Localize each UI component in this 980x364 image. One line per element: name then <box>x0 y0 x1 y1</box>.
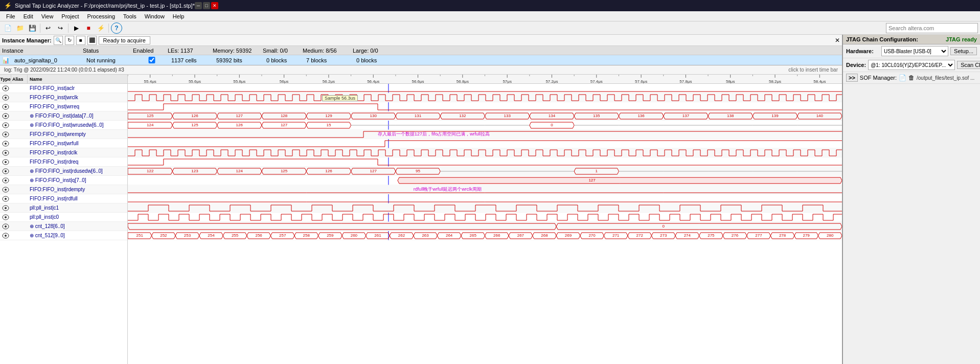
minimize-button[interactable]: ─ <box>195 2 202 9</box>
menu-project[interactable]: Project <box>57 11 83 21</box>
sig-type-icon-9 <box>0 168 11 174</box>
jtag-header-label: JTAG Chain Configuration: <box>846 36 918 42</box>
sig-name-label-8: FIFO:FIFO_inst|rdreq <box>28 159 127 165</box>
undo-button[interactable]: ↩ <box>42 22 54 34</box>
sig-name-label-12: FIFO:FIFO_inst|rdfull <box>28 196 127 201</box>
inst-les: 1137 cells <box>171 57 212 63</box>
svg-point-15 <box>5 152 7 154</box>
new-button[interactable]: 📄 <box>2 22 13 34</box>
sig-type-icon-6 <box>0 141 11 147</box>
sig-type-icon-5 <box>0 131 11 138</box>
menu-view[interactable]: View <box>37 11 58 21</box>
sof-arrows-button[interactable]: >> <box>846 74 858 82</box>
delete-icon[interactable]: 🗑 <box>908 74 915 81</box>
signal-row-6[interactable]: FIFO:FIFO_inst|wrfull <box>0 139 127 148</box>
device-select[interactable]: @1: 10CL016(Y|Z)/EP3C16/EP... <box>868 60 955 70</box>
menu-processing[interactable]: Processing <box>83 11 119 21</box>
svg-point-11 <box>5 133 7 135</box>
main-layout: Instance Manager: 🔍 ↻ ■ ⬛ Ready to acqui… <box>0 35 980 364</box>
sig-type-icon-8 <box>0 159 11 165</box>
sig-type-icon-14 <box>0 214 11 220</box>
signal-row-14[interactable]: pll:pll_inst|c0 <box>0 213 127 222</box>
signal-names-column: FIFO:FIFO_inst|aclrFIFO:FIFO_inst|wrclkF… <box>0 84 128 364</box>
signal-row-7[interactable]: FIFO:FIFO_inst|rdclk <box>0 148 127 157</box>
status-badge: Ready to acquire <box>99 36 150 44</box>
stop-button[interactable]: ■ <box>83 22 94 34</box>
svg-point-1 <box>5 87 7 89</box>
col-instance: Instance <box>2 48 79 54</box>
signal-row-1[interactable]: FIFO:FIFO_inst|wrclk <box>0 93 127 102</box>
col-status: Status <box>83 48 129 54</box>
hardware-select[interactable]: USB-Blaster [USB-0] <box>881 46 948 56</box>
svg-point-19 <box>5 170 7 172</box>
inst-enabled-checkbox[interactable] <box>136 57 167 63</box>
im-btn-1[interactable]: 🔍 <box>54 36 63 45</box>
col-enabled: Enabled <box>133 48 164 54</box>
signal-row-15[interactable]: ⊕ cnt_128[6..0] <box>0 222 127 231</box>
signal-rows-container: FIFO:FIFO_inst|aclrFIFO:FIFO_inst|wrclkF… <box>0 84 127 240</box>
menu-edit[interactable]: Edit <box>19 11 37 21</box>
setup-button[interactable]: Setup... <box>950 47 977 55</box>
open-button[interactable]: 📁 <box>14 22 26 34</box>
signal-col-name: Name <box>28 75 128 83</box>
instance-table-header: Instance Status Enabled LEs: 1137 Memory… <box>0 46 842 55</box>
menu-window[interactable]: Window <box>141 11 169 21</box>
log-header: log: Trig @ 2022/09/22 11:24:00 (0:0:0.1… <box>0 67 128 73</box>
sig-type-icon-1 <box>0 95 11 101</box>
acquire-button[interactable]: ⚡ <box>95 22 106 34</box>
maximize-button[interactable]: □ <box>203 2 210 9</box>
signal-row-0[interactable]: FIFO:FIFO_inst|aclr <box>0 84 127 93</box>
signal-row-4[interactable]: ⊕ FIFO:FIFO_inst|wrusedw[6..0] <box>0 121 127 130</box>
svg-point-23 <box>5 189 7 191</box>
sig-type-icon-13 <box>0 205 11 211</box>
signal-row-12[interactable]: FIFO:FIFO_inst|rdfull <box>0 194 127 203</box>
menu-file[interactable]: File <box>2 11 19 21</box>
click-insert-bar[interactable]: click to insert time bar <box>788 67 838 73</box>
svg-point-21 <box>5 179 7 181</box>
sig-name-label-14: pll:pll_inst|c0 <box>28 214 127 220</box>
sof-manager-row: >> SOF Manager: 📄 🗑 /output_files/test_i… <box>843 72 980 84</box>
inst-status: Not running <box>86 57 132 63</box>
im-btn-2[interactable]: ↻ <box>65 36 74 45</box>
signal-row-5[interactable]: FIFO:FIFO_inst|wrempty <box>0 130 127 139</box>
signal-row-10[interactable]: ⊕ FIFO:FIFO_inst|q[7..0] <box>0 176 127 185</box>
help-button[interactable]: ? <box>111 22 122 34</box>
right-panel: JTAG Chain Configuration: JTAG ready Har… <box>842 35 980 364</box>
inst-name: auto_signaltap_0 <box>14 57 82 63</box>
im-btn-3[interactable]: ■ <box>76 36 85 45</box>
save-button[interactable]: 💾 <box>27 22 38 34</box>
sig-type-icon-11 <box>0 187 11 193</box>
signal-row-2[interactable]: FIFO:FIFO_inst|wrreq <box>0 102 127 111</box>
sig-type-icon-10 <box>0 177 11 184</box>
time-ruler <box>128 75 842 83</box>
instance-row[interactable]: 📊 auto_signaltap_0 Not running 1137 cell… <box>0 55 842 65</box>
signal-row-11[interactable]: FIFO:FIFO_inst|rdempty <box>0 185 127 194</box>
signal-row-13[interactable]: pll:pll_inst|c1 <box>0 203 127 213</box>
redo-button[interactable]: ↪ <box>55 22 66 34</box>
scan-chain-button[interactable]: Scan Chain <box>957 61 980 69</box>
sig-name-label-15: ⊕ cnt_128[6..0] <box>28 223 127 229</box>
menu-help[interactable]: Help <box>169 11 189 21</box>
signal-row-3[interactable]: ⊕ FIFO:FIFO_inst|data[7..0] <box>0 111 127 121</box>
wave-canvas <box>128 84 842 240</box>
signal-row-9[interactable]: ⊕ FIFO:FIFO_inst|rdusedw[6..0] <box>0 167 127 176</box>
svg-point-31 <box>5 225 7 228</box>
inst-small: 0 blocks <box>266 57 302 63</box>
signal-row-8[interactable]: FIFO:FIFO_inst|rdreq <box>0 157 127 167</box>
close-button[interactable]: ✕ <box>211 2 218 9</box>
ruler-canvas <box>128 75 842 83</box>
run-button[interactable]: ▶ <box>71 22 82 34</box>
search-input[interactable] <box>886 23 978 33</box>
sample-label: Sample 56.3us <box>322 95 358 101</box>
window-title: Signal Tap Logic Analyzer - F:/project/r… <box>15 3 195 9</box>
svg-point-17 <box>5 161 7 163</box>
sig-name-label-13: pll:pll_inst|c1 <box>28 205 127 211</box>
col-memory: Memory: 59392 <box>213 48 259 54</box>
signal-col-type: Type <box>0 75 11 83</box>
signal-row-16[interactable]: ⊕ cnt_512[9..0] <box>0 231 127 240</box>
toolbar-sep-2 <box>68 24 69 33</box>
im-btn-4[interactable]: ⬛ <box>87 36 97 45</box>
menu-tools[interactable]: Tools <box>119 11 141 21</box>
instance-manager-close[interactable]: ✕ <box>835 37 840 44</box>
sig-name-label-4: ⊕ FIFO:FIFO_inst|wrusedw[6..0] <box>28 122 127 128</box>
